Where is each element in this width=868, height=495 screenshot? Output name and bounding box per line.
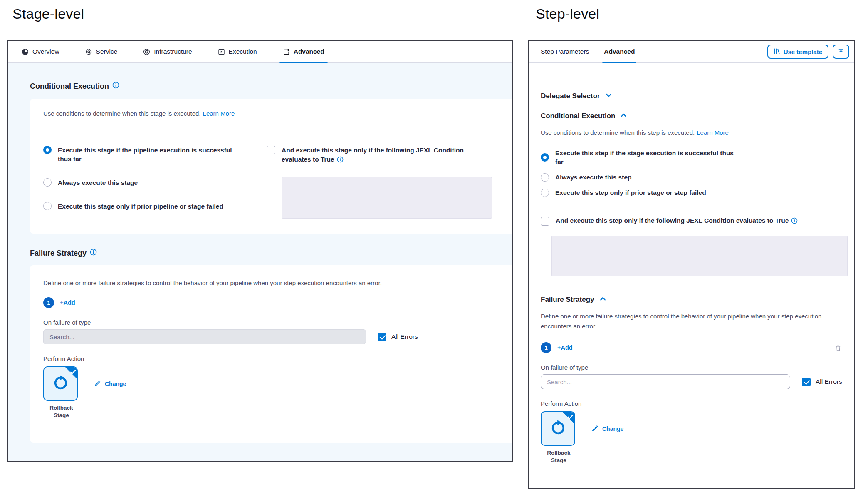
stage-tabbar: Overview Service Infrastructure Executio… <box>8 41 512 63</box>
advanced-icon <box>283 48 290 55</box>
add-strategy-button[interactable]: +Add <box>60 299 75 306</box>
radio-icon <box>541 173 549 182</box>
tab-step-parameters[interactable]: Step Parameters <box>541 41 589 62</box>
checkbox-icon <box>541 217 549 226</box>
tab-label: Service <box>96 48 118 55</box>
pencil-icon <box>592 425 599 433</box>
tab-execution[interactable]: Execution <box>218 41 257 62</box>
conditional-execution-toggle[interactable]: Conditional Execution <box>541 112 848 120</box>
change-label: Change <box>105 381 126 387</box>
step-level-title: Step-level <box>536 6 599 22</box>
tab-advanced[interactable]: Advanced <box>604 41 635 62</box>
execution-condition-options: Execute this stage if the pipeline execu… <box>43 146 250 219</box>
radio-label: Execute this step only if prior stage or… <box>555 188 706 197</box>
conditional-execution-columns: Execute this stage if the pipeline execu… <box>43 146 501 219</box>
radio-option-always[interactable]: Always execute this step <box>541 173 848 182</box>
conditional-execution-title: Conditional Execution <box>541 112 615 120</box>
info-icon[interactable] <box>791 217 798 226</box>
chevron-down-icon <box>605 92 612 100</box>
radio-selected-icon <box>541 153 549 162</box>
perform-action-label: Perform Action <box>541 400 848 407</box>
tab-label: Execution <box>229 48 257 55</box>
radio-label: Execute this stage only if prior pipelin… <box>58 202 223 211</box>
tab-label: Overview <box>32 48 59 55</box>
infrastructure-icon <box>143 48 150 55</box>
failure-strategy-toggle[interactable]: Failure Strategy <box>541 296 848 304</box>
delegate-selector-title: Delegate Selector <box>541 92 600 100</box>
execution-icon <box>218 48 225 55</box>
selected-action-name: Rollback Stage <box>541 449 577 464</box>
selected-action-name: Rollback Stage <box>43 404 79 419</box>
description-text: Use conditions to determine when this st… <box>43 110 201 117</box>
check-icon <box>568 413 573 421</box>
jexl-label-text: And execute this step only if the follow… <box>556 217 789 224</box>
radio-icon <box>43 202 52 210</box>
conditional-execution-description: Use conditions to determine when this st… <box>43 110 501 117</box>
radio-icon <box>43 178 52 187</box>
use-template-label: Use template <box>784 48 822 55</box>
on-failure-label: On failure of type <box>43 319 501 326</box>
trash-icon[interactable] <box>835 344 842 351</box>
pencil-icon <box>94 380 101 388</box>
checkbox-icon <box>267 146 275 154</box>
perform-action-label: Perform Action <box>43 355 501 362</box>
checkbox-checked-icon <box>378 333 386 341</box>
info-icon[interactable] <box>112 82 119 91</box>
radio-option-always[interactable]: Always execute this stage <box>43 178 250 187</box>
tab-advanced[interactable]: Advanced <box>283 41 324 62</box>
rollback-stage-tile[interactable] <box>43 366 78 401</box>
strategy-list-row: 1 +Add <box>541 342 848 353</box>
conditional-execution-heading: Conditional Execution <box>30 82 512 91</box>
failure-strategy-title: Failure Strategy <box>541 296 594 304</box>
radio-option-failed[interactable]: Execute this stage only if prior pipelin… <box>43 202 250 211</box>
gear-icon <box>85 48 92 55</box>
learn-more-link[interactable]: Learn More <box>203 110 235 117</box>
apply-template-button[interactable] <box>833 45 849 59</box>
jexl-condition-input[interactable] <box>282 177 492 219</box>
divider <box>43 127 501 127</box>
tab-service[interactable]: Service <box>85 41 118 62</box>
strategy-count-badge[interactable]: 1 <box>541 342 551 353</box>
library-icon <box>774 48 780 56</box>
failure-strategy-description: Define one or more failure strategies to… <box>541 311 832 331</box>
all-errors-checkbox-row[interactable]: All Errors <box>802 378 842 386</box>
radio-option-success[interactable]: Execute this step if the stage execution… <box>541 149 848 166</box>
tab-infrastructure[interactable]: Infrastructure <box>143 41 192 62</box>
jexl-condition-checkbox-row[interactable]: And execute this step only if the follow… <box>541 216 848 226</box>
jexl-condition-input[interactable] <box>551 236 848 276</box>
jexl-condition-label: And execute this stage only if the follo… <box>282 146 477 165</box>
radio-icon <box>541 189 549 197</box>
rollback-stage-tile[interactable] <box>541 411 575 446</box>
overview-icon <box>22 48 29 55</box>
radio-option-success[interactable]: Execute this stage if the pipeline execu… <box>43 146 250 163</box>
info-icon[interactable] <box>90 249 97 258</box>
chevron-up-icon <box>620 112 627 120</box>
jexl-condition-checkbox-row[interactable]: And execute this stage only if the follo… <box>267 146 501 165</box>
failure-type-search-input[interactable] <box>43 329 366 344</box>
step-panel: Step Parameters Advanced Use template De… <box>528 40 855 489</box>
arrow-up-to-bar-icon <box>838 48 844 56</box>
jexl-condition-section: And execute this stage only if the follo… <box>250 146 501 219</box>
step-content: Delegate Selector Conditional Execution … <box>529 92 854 464</box>
perform-action-row: Change <box>541 411 848 446</box>
radio-option-failed[interactable]: Execute this step only if prior stage or… <box>541 188 848 197</box>
learn-more-link[interactable]: Learn More <box>697 129 729 136</box>
all-errors-checkbox-row[interactable]: All Errors <box>378 333 418 341</box>
add-strategy-button[interactable]: +Add <box>557 344 573 351</box>
delegate-selector-toggle[interactable]: Delegate Selector <box>541 92 848 100</box>
all-errors-label: All Errors <box>391 333 418 341</box>
failure-strategy-description: Define one or more failure strategies to… <box>43 279 501 286</box>
change-action-link[interactable]: Change <box>94 380 126 388</box>
conditional-execution-description: Use conditions to determine when this st… <box>541 128 848 138</box>
perform-action-row: Change <box>43 366 501 401</box>
radio-label: Execute this stage if the pipeline execu… <box>58 146 237 163</box>
strategy-count-badge[interactable]: 1 <box>43 297 54 308</box>
execution-condition-options: Execute this step if the stage execution… <box>541 149 848 197</box>
stage-content: Conditional Execution Use conditions to … <box>8 63 512 461</box>
failure-type-search-input[interactable] <box>541 374 790 389</box>
use-template-button[interactable]: Use template <box>767 45 828 59</box>
tab-label: Infrastructure <box>154 48 192 55</box>
info-icon[interactable] <box>337 156 344 165</box>
change-action-link[interactable]: Change <box>592 425 623 433</box>
tab-overview[interactable]: Overview <box>22 41 59 62</box>
